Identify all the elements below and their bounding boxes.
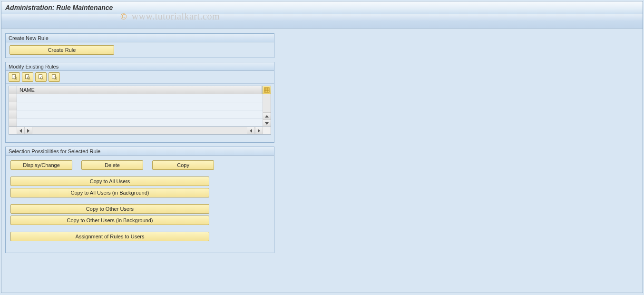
table-cell[interactable]: [17, 94, 263, 102]
panel-modify-existing-rules: Modify Existing Rules NAME: [5, 62, 274, 143]
table-cell[interactable]: [17, 102, 263, 110]
chevron-left-icon: [20, 129, 22, 133]
copy-to-other-users-bg-button[interactable]: Copy to Other Users (in Background): [10, 216, 209, 225]
table-settings-icon: [264, 87, 270, 93]
row-selector[interactable]: [9, 94, 17, 102]
chevron-right-icon: [27, 129, 29, 133]
create-rule-label: Create Rule: [48, 47, 76, 53]
action-row-1: Display/Change Delete Copy: [10, 160, 269, 170]
hscroll-track[interactable]: [32, 127, 247, 134]
column-header-name[interactable]: NAME: [17, 86, 262, 94]
row-selector[interactable]: [9, 110, 17, 118]
copy-all-label: Copy to All Users: [90, 178, 130, 184]
document-magnify-icon: [24, 74, 31, 80]
data-column: [17, 94, 263, 127]
vertical-scrollbar[interactable]: [263, 94, 271, 127]
svg-line-2: [16, 79, 17, 80]
assign-label: Assignment of Rules to Users: [76, 234, 145, 239]
hscroll-left-2[interactable]: [247, 127, 255, 134]
details-icon-button-4[interactable]: [49, 72, 60, 82]
copy-to-other-users-button[interactable]: Copy to Other Users: [10, 204, 209, 214]
details-icon-button-3[interactable]: [35, 72, 47, 82]
create-rule-button[interactable]: Create Rule: [10, 45, 114, 55]
document-magnify-icon: [51, 74, 58, 80]
copy-label: Copy: [177, 162, 189, 168]
vscroll-down[interactable]: [263, 119, 271, 127]
delete-label: Delete: [105, 162, 120, 168]
hscroll-right-2[interactable]: [255, 127, 263, 134]
details-icon-button-2[interactable]: [22, 72, 33, 82]
row-selector[interactable]: [9, 118, 17, 127]
delete-button[interactable]: Delete: [81, 160, 143, 170]
hscroll-right[interactable]: [25, 127, 32, 134]
hscroll-spacer: [263, 127, 271, 134]
copy-to-all-users-button[interactable]: Copy to All Users: [10, 177, 209, 186]
panel-create-new-rule: Create New Rule Create Rule: [5, 33, 274, 58]
row-selector-header[interactable]: [9, 86, 17, 94]
chevron-up-icon: [265, 115, 269, 118]
panel-selection-possibilities: Selection Possibilities for Selected Rul…: [5, 147, 274, 253]
copy-other-label: Copy to Other Users: [86, 206, 134, 212]
hscroll-spacer: [9, 127, 17, 134]
page-title: Administration: Rule Maintenance: [5, 4, 113, 11]
content-area: Create New Rule Create Rule Modify Exist…: [1, 29, 643, 262]
app-toolbar: [1, 14, 643, 29]
vscroll-up[interactable]: [263, 112, 271, 119]
app-window: Administration: Rule Maintenance © www.t…: [1, 1, 643, 293]
table-body: [9, 94, 271, 127]
assignment-rules-users-button[interactable]: Assignment of Rules to Users: [10, 232, 209, 241]
copy-to-all-users-bg-button[interactable]: Copy to All Users (in Background): [10, 188, 209, 197]
display-change-label: Display/Change: [23, 162, 60, 168]
panel-title-create: Create New Rule: [6, 34, 274, 42]
display-change-button[interactable]: Display/Change: [10, 160, 72, 170]
table-config-button[interactable]: [262, 86, 271, 94]
panel-title-modify: Modify Existing Rules: [6, 62, 274, 71]
rules-table: NAME: [9, 86, 271, 135]
document-magnify-icon: [11, 74, 18, 80]
chevron-right-icon: [258, 129, 260, 133]
chevron-left-icon: [250, 129, 252, 133]
svg-line-5: [29, 79, 30, 80]
page-title-bar: Administration: Rule Maintenance: [1, 1, 643, 14]
copy-all-bg-label: Copy to All Users (in Background): [70, 190, 149, 196]
panel-title-selection: Selection Possibilities for Selected Rul…: [6, 147, 274, 156]
details-icon-button-1[interactable]: [9, 72, 20, 82]
svg-line-8: [43, 79, 44, 80]
copy-other-bg-label: Copy to Other Users (in Background): [67, 217, 153, 223]
row-selector[interactable]: [9, 102, 17, 110]
copy-button[interactable]: Copy: [152, 160, 214, 170]
svg-line-11: [56, 79, 57, 80]
table-cell[interactable]: [17, 110, 263, 118]
vscroll-track[interactable]: [263, 94, 271, 112]
table-header-row: NAME: [9, 86, 271, 94]
table-cell[interactable]: [17, 118, 263, 127]
document-magnify-icon: [38, 74, 44, 80]
row-selectors-column: [9, 94, 17, 127]
horizontal-scrollbar[interactable]: [9, 127, 271, 135]
chevron-down-icon: [265, 122, 269, 125]
hscroll-left[interactable]: [17, 127, 25, 134]
svg-rect-12: [264, 88, 269, 92]
modify-icon-toolbar: [6, 71, 274, 84]
